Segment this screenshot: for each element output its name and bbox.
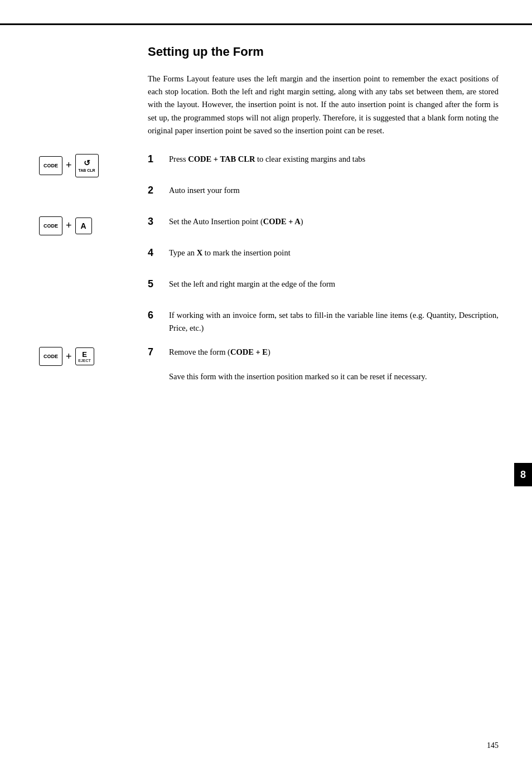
step-1-row: CODE + ↺ TAB CLR 1 Press CODE + TAB CLR … <box>148 153 499 173</box>
plus-sign-3: + <box>66 220 72 231</box>
plus-sign-1: + <box>66 160 72 171</box>
step-5-text: Set the left and right margin at the edg… <box>169 278 499 291</box>
e-eject-key: E EJECT <box>75 347 94 365</box>
step-1-keys: CODE + ↺ TAB CLR <box>39 154 99 177</box>
step-3-text: Set the Auto Insertion point (CODE + A) <box>169 215 499 228</box>
page-title: Setting up the Form <box>148 45 499 59</box>
tabclr-key: ↺ TAB CLR <box>75 154 99 177</box>
tab-number: 8 <box>520 469 526 481</box>
save-note: Save this form with the insertion positi… <box>169 370 499 383</box>
step-6-row: 6 If working with an invoice form, set t… <box>148 309 499 335</box>
top-rule <box>0 23 532 25</box>
step-4-row: 4 Type an X to mark the insertion point <box>148 247 499 267</box>
step-5-number: 5 <box>148 278 163 290</box>
step-5-row: 5 Set the left and right margin at the e… <box>148 278 499 298</box>
code-key-7: CODE <box>39 347 62 366</box>
step-3-row: CODE + A 3 Set the Auto Insertion point … <box>148 215 499 235</box>
step-6-text: If working with an invoice form, set tab… <box>169 309 499 335</box>
a-key: A <box>75 218 92 234</box>
step-1-number: 1 <box>148 153 163 165</box>
step-3-keys: CODE + A <box>39 216 92 235</box>
page-tab: 8 <box>514 463 532 486</box>
main-content: Setting up the Form The Forms Layout fea… <box>148 40 499 384</box>
step-7-text: Remove the form (CODE + E) <box>169 346 499 359</box>
plus-sign-7: + <box>66 351 72 363</box>
step-6-number: 6 <box>148 309 163 321</box>
step-4-text: Type an X to mark the insertion point <box>169 247 499 259</box>
page-number: 145 <box>487 741 499 750</box>
step-3-number: 3 <box>148 215 163 228</box>
step-2-number: 2 <box>148 184 163 196</box>
step-4-number: 4 <box>148 247 163 259</box>
code-key-3: CODE <box>39 216 62 235</box>
step-7-row: CODE + E EJECT 7 Remove the form (CODE +… <box>148 346 499 366</box>
code-key-1: CODE <box>39 156 62 175</box>
step-2-row: 2 Auto insert your form <box>148 184 499 204</box>
step-7-number: 7 <box>148 346 163 358</box>
intro-paragraph: The Forms Layout feature uses the left m… <box>148 73 499 137</box>
step-1-text: Press CODE + TAB CLR to clear existing m… <box>169 153 499 166</box>
page: 8 145 Setting up the Form The Forms Layo… <box>0 0 532 768</box>
step-2-text: Auto insert your form <box>169 184 499 197</box>
steps-area: CODE + ↺ TAB CLR 1 Press CODE + TAB CLR … <box>148 153 499 384</box>
step-7-keys: CODE + E EJECT <box>39 347 94 366</box>
